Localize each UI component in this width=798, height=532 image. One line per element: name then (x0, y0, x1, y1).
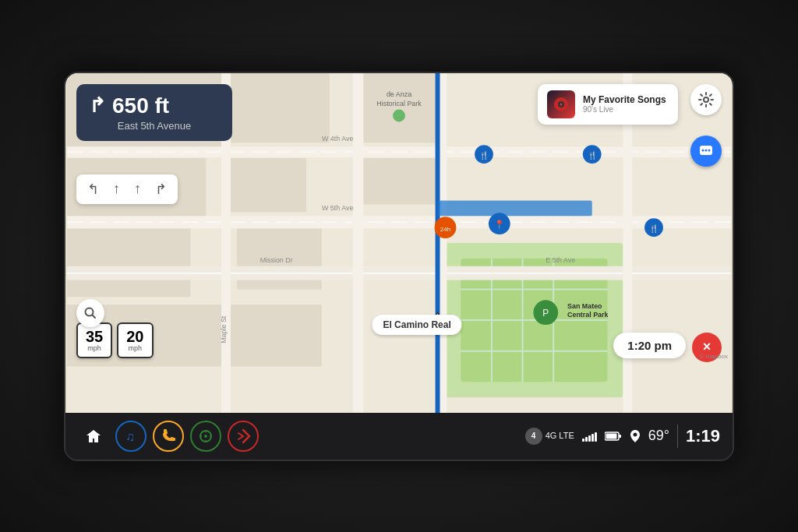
speed-limit-unit: mph (126, 344, 143, 352)
signal-bars (582, 431, 597, 442)
signal-bar-4 (591, 434, 594, 442)
signal-bar-3 (588, 435, 591, 442)
music-thumbnail (547, 90, 575, 118)
svg-text:Mission Dr: Mission Dr (260, 255, 293, 263)
svg-text:W 4th Ave: W 4th Ave (322, 135, 353, 143)
svg-text:24h: 24h (440, 226, 450, 233)
speed-limit-box: 20 mph (117, 322, 153, 358)
infotainment-screen: Maple St W 4th Ave W 5th Ave E 5th Ave M… (64, 72, 734, 461)
music-title: My Favorite Songs (583, 94, 669, 105)
chat-button[interactable] (690, 136, 722, 167)
signal-bar-1 (582, 439, 584, 442)
svg-text:San Mateo: San Mateo (567, 302, 602, 310)
gear-icon (698, 92, 714, 107)
svg-point-57 (560, 103, 563, 105)
nav-distance-text: 650 ft (112, 93, 169, 118)
svg-rect-8 (229, 305, 322, 366)
svg-text:🍴: 🍴 (479, 150, 489, 160)
svg-point-60 (702, 149, 704, 151)
svg-text:🍴: 🍴 (649, 224, 659, 234)
settings-button[interactable] (690, 84, 722, 115)
navigation-button[interactable] (190, 421, 221, 452)
svg-rect-9 (360, 73, 445, 143)
status-right: 4 4G LTE (525, 425, 720, 448)
music-card[interactable]: My Favorite Songs 90's Live (538, 84, 678, 125)
location-label: El Camino Real (372, 315, 461, 335)
home-icon (85, 428, 102, 445)
svg-text:P: P (542, 308, 549, 319)
eta-time: 1:20 pm (627, 339, 672, 352)
search-button[interactable] (76, 299, 104, 327)
svg-point-52 (393, 109, 405, 122)
network-group: 4 4G LTE (525, 428, 574, 445)
location-name: El Camino Real (383, 319, 450, 330)
music-note-icon: ♫ (123, 428, 139, 444)
status-bar: ♫ (65, 413, 733, 460)
current-speed-unit: mph (86, 344, 103, 352)
music-button[interactable]: ♫ (115, 421, 147, 452)
svg-rect-5 (229, 73, 330, 143)
svg-point-62 (708, 149, 711, 151)
svg-text:Historical Park: Historical Park (376, 99, 422, 107)
svg-point-69 (204, 435, 207, 438)
eta-box: 1:20 pm (613, 333, 686, 358)
signal-bar-2 (585, 437, 588, 442)
apps-icon (235, 428, 251, 444)
temperature-display: 69° (648, 428, 669, 444)
status-divider (677, 425, 678, 448)
car-frame: Maple St W 4th Ave W 5th Ave E 5th Ave M… (0, 0, 798, 532)
nav-street-name: East 5th Avenue (89, 120, 220, 132)
clock-display: 1:19 (686, 426, 720, 446)
speed-limit-value: 20 (126, 329, 143, 344)
turn-indicators-panel: ↰ ↑ ↑ ↱ (76, 174, 178, 204)
bottom-nav-icons: ♫ (78, 421, 259, 452)
nav-instruction-panel: ↱ 650 ft East 5th Avenue (76, 84, 232, 141)
turn-left-icon: ↰ (87, 181, 99, 198)
signal-bar-5 (595, 432, 597, 442)
current-speed-box: 35 mph (76, 322, 112, 358)
location-pin-icon (630, 430, 641, 442)
mapbox-credit: © mapbox (699, 353, 728, 360)
network-type: 4G LTE (546, 431, 574, 441)
turn-right-icon: ↱ (155, 181, 167, 198)
svg-text:W 5th Ave: W 5th Ave (322, 204, 353, 212)
map-area: Maple St W 4th Ave W 5th Ave E 5th Ave M… (65, 73, 733, 413)
apps-button[interactable] (228, 421, 259, 452)
svg-text:de Anza: de Anza (387, 90, 411, 97)
current-speed-value: 35 (86, 329, 103, 344)
phone-icon (161, 428, 176, 444)
music-thumb-icon (553, 97, 569, 112)
svg-text:🍴: 🍴 (588, 150, 598, 160)
network-number: 4 (525, 428, 542, 445)
turn-straight-icon: ↑ (113, 181, 120, 197)
turn-arrow-icon: ↱ (89, 93, 106, 118)
svg-rect-26 (353, 73, 364, 413)
svg-text:E 5th Ave: E 5th Ave (546, 255, 575, 263)
svg-text:📍: 📍 (494, 219, 505, 230)
svg-rect-3 (67, 227, 191, 297)
svg-text:Maple St: Maple St (220, 315, 228, 344)
search-icon (84, 307, 97, 319)
svg-text:Central Park: Central Park (567, 311, 609, 319)
turn-straight2-icon: ↑ (134, 181, 141, 197)
svg-rect-71 (606, 433, 616, 439)
svg-point-58 (704, 97, 708, 102)
svg-rect-72 (619, 435, 621, 438)
music-info: My Favorite Songs 90's Live (583, 94, 669, 114)
phone-button[interactable] (153, 421, 184, 452)
music-subtitle: 90's Live (583, 105, 669, 114)
battery-icon (605, 432, 622, 441)
chat-icon (698, 143, 714, 159)
crosshair-icon (198, 428, 214, 444)
speed-group: 35 mph 20 mph (76, 322, 154, 358)
svg-point-61 (705, 149, 708, 151)
svg-rect-10 (360, 158, 437, 204)
svg-text:♫: ♫ (125, 430, 135, 443)
home-button[interactable] (78, 421, 109, 452)
svg-rect-6 (229, 158, 306, 212)
svg-line-54 (93, 315, 96, 318)
svg-rect-34 (438, 200, 592, 216)
nav-distance: ↱ 650 ft (89, 93, 220, 118)
